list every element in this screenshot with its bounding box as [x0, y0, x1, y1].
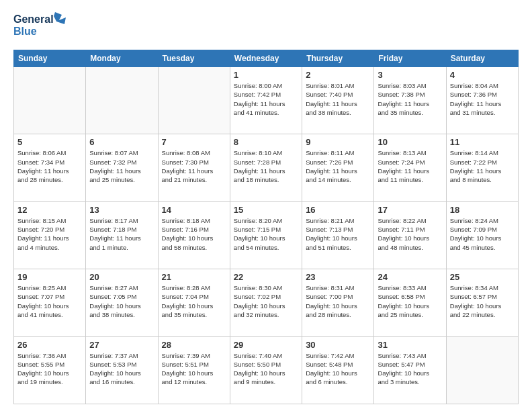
calendar-day-cell: 2Sunrise: 8:01 AM Sunset: 7:40 PM Daylig…	[302, 67, 374, 134]
calendar-day-cell: 28Sunrise: 7:39 AM Sunset: 5:51 PM Dayli…	[158, 336, 230, 404]
calendar-day-cell: 22Sunrise: 8:30 AM Sunset: 7:02 PM Dayli…	[230, 269, 302, 336]
day-info: Sunrise: 8:20 AM Sunset: 7:15 PM Dayligh…	[234, 216, 298, 252]
day-number: 12	[17, 205, 82, 215]
empty-cell	[86, 67, 158, 134]
weekday-header-tuesday: Tuesday	[158, 50, 230, 67]
day-info: Sunrise: 8:25 AM Sunset: 7:07 PM Dayligh…	[17, 283, 82, 319]
day-info: Sunrise: 8:01 AM Sunset: 7:40 PM Dayligh…	[306, 81, 370, 117]
calendar-day-cell: 6Sunrise: 8:07 AM Sunset: 7:32 PM Daylig…	[86, 134, 158, 201]
day-number: 16	[306, 205, 370, 215]
calendar-week-row: 1Sunrise: 8:00 AM Sunset: 7:42 PM Daylig…	[14, 67, 519, 134]
day-number: 28	[162, 340, 226, 350]
day-info: Sunrise: 8:06 AM Sunset: 7:34 PM Dayligh…	[17, 148, 82, 184]
svg-text:Blue: Blue	[13, 26, 37, 37]
day-info: Sunrise: 8:11 AM Sunset: 7:26 PM Dayligh…	[306, 148, 370, 184]
header: General Blue	[13, 11, 519, 43]
calendar-day-cell: 19Sunrise: 8:25 AM Sunset: 7:07 PM Dayli…	[14, 269, 86, 336]
day-number: 1	[234, 70, 298, 80]
calendar-day-cell: 16Sunrise: 8:21 AM Sunset: 7:13 PM Dayli…	[302, 201, 374, 269]
calendar-day-cell: 8Sunrise: 8:10 AM Sunset: 7:28 PM Daylig…	[230, 134, 302, 201]
day-number: 19	[17, 272, 82, 282]
calendar-week-row: 12Sunrise: 8:15 AM Sunset: 7:20 PM Dayli…	[14, 201, 519, 269]
day-info: Sunrise: 8:18 AM Sunset: 7:16 PM Dayligh…	[162, 216, 226, 252]
day-number: 2	[306, 70, 370, 80]
empty-cell	[446, 336, 518, 404]
day-number: 8	[234, 137, 298, 147]
day-number: 24	[378, 272, 442, 282]
weekday-header-row: SundayMondayTuesdayWednesdayThursdayFrid…	[14, 50, 519, 67]
day-info: Sunrise: 8:03 AM Sunset: 7:38 PM Dayligh…	[378, 81, 442, 117]
calendar-day-cell: 15Sunrise: 8:20 AM Sunset: 7:15 PM Dayli…	[230, 201, 302, 269]
day-info: Sunrise: 8:31 AM Sunset: 7:00 PM Dayligh…	[306, 283, 370, 319]
calendar-day-cell: 4Sunrise: 8:04 AM Sunset: 7:36 PM Daylig…	[446, 67, 518, 134]
day-info: Sunrise: 8:21 AM Sunset: 7:13 PM Dayligh…	[306, 216, 370, 252]
svg-text:General: General	[13, 13, 54, 25]
weekday-header-thursday: Thursday	[302, 50, 374, 67]
logo-svg: General Blue	[13, 11, 67, 43]
calendar-day-cell: 30Sunrise: 7:42 AM Sunset: 5:48 PM Dayli…	[302, 336, 374, 404]
day-info: Sunrise: 8:13 AM Sunset: 7:24 PM Dayligh…	[378, 148, 442, 184]
calendar-day-cell: 18Sunrise: 8:24 AM Sunset: 7:09 PM Dayli…	[446, 201, 518, 269]
calendar-week-row: 5Sunrise: 8:06 AM Sunset: 7:34 PM Daylig…	[14, 134, 519, 201]
day-number: 26	[17, 340, 82, 350]
day-info: Sunrise: 7:42 AM Sunset: 5:48 PM Dayligh…	[306, 351, 370, 387]
day-info: Sunrise: 8:07 AM Sunset: 7:32 PM Dayligh…	[89, 148, 154, 184]
calendar-day-cell: 24Sunrise: 8:33 AM Sunset: 6:58 PM Dayli…	[374, 269, 446, 336]
day-number: 14	[162, 205, 226, 215]
day-info: Sunrise: 7:43 AM Sunset: 5:47 PM Dayligh…	[378, 351, 442, 387]
day-number: 11	[450, 137, 515, 147]
day-number: 30	[306, 340, 370, 350]
svg-marker-2	[54, 12, 66, 24]
calendar-page: General Blue SundayMondayTuesdayWednesda…	[0, 0, 532, 411]
weekday-header-friday: Friday	[374, 50, 446, 67]
calendar-day-cell: 14Sunrise: 8:18 AM Sunset: 7:16 PM Dayli…	[158, 201, 230, 269]
calendar-day-cell: 17Sunrise: 8:22 AM Sunset: 7:11 PM Dayli…	[374, 201, 446, 269]
day-info: Sunrise: 8:28 AM Sunset: 7:04 PM Dayligh…	[162, 283, 226, 319]
calendar-day-cell: 12Sunrise: 8:15 AM Sunset: 7:20 PM Dayli…	[14, 201, 86, 269]
day-info: Sunrise: 8:04 AM Sunset: 7:36 PM Dayligh…	[450, 81, 515, 117]
day-number: 4	[450, 70, 515, 80]
day-info: Sunrise: 8:30 AM Sunset: 7:02 PM Dayligh…	[234, 283, 298, 319]
day-number: 17	[378, 205, 442, 215]
day-info: Sunrise: 8:24 AM Sunset: 7:09 PM Dayligh…	[450, 216, 515, 252]
calendar-day-cell: 7Sunrise: 8:08 AM Sunset: 7:30 PM Daylig…	[158, 134, 230, 201]
calendar-day-cell: 1Sunrise: 8:00 AM Sunset: 7:42 PM Daylig…	[230, 67, 302, 134]
calendar-day-cell: 20Sunrise: 8:27 AM Sunset: 7:05 PM Dayli…	[86, 269, 158, 336]
day-info: Sunrise: 7:36 AM Sunset: 5:55 PM Dayligh…	[17, 351, 82, 387]
day-info: Sunrise: 7:40 AM Sunset: 5:50 PM Dayligh…	[234, 351, 298, 387]
calendar-day-cell: 5Sunrise: 8:06 AM Sunset: 7:34 PM Daylig…	[14, 134, 86, 201]
calendar-day-cell: 13Sunrise: 8:17 AM Sunset: 7:18 PM Dayli…	[86, 201, 158, 269]
day-number: 27	[89, 340, 154, 350]
calendar-table: SundayMondayTuesdayWednesdayThursdayFrid…	[13, 50, 519, 404]
weekday-header-saturday: Saturday	[446, 50, 518, 67]
day-number: 22	[234, 272, 298, 282]
calendar-day-cell: 21Sunrise: 8:28 AM Sunset: 7:04 PM Dayli…	[158, 269, 230, 336]
day-number: 10	[378, 137, 442, 147]
calendar-day-cell: 25Sunrise: 8:34 AM Sunset: 6:57 PM Dayli…	[446, 269, 518, 336]
day-number: 29	[234, 340, 298, 350]
day-info: Sunrise: 8:10 AM Sunset: 7:28 PM Dayligh…	[234, 148, 298, 184]
calendar-day-cell: 27Sunrise: 7:37 AM Sunset: 5:53 PM Dayli…	[86, 336, 158, 404]
weekday-header-monday: Monday	[86, 50, 158, 67]
day-number: 15	[234, 205, 298, 215]
day-info: Sunrise: 8:22 AM Sunset: 7:11 PM Dayligh…	[378, 216, 442, 252]
day-info: Sunrise: 8:00 AM Sunset: 7:42 PM Dayligh…	[234, 81, 298, 117]
day-info: Sunrise: 8:15 AM Sunset: 7:20 PM Dayligh…	[17, 216, 82, 252]
day-number: 13	[89, 205, 154, 215]
calendar-day-cell: 9Sunrise: 8:11 AM Sunset: 7:26 PM Daylig…	[302, 134, 374, 201]
day-number: 31	[378, 340, 442, 350]
day-number: 23	[306, 272, 370, 282]
day-number: 25	[450, 272, 515, 282]
empty-cell	[158, 67, 230, 134]
day-info: Sunrise: 7:37 AM Sunset: 5:53 PM Dayligh…	[89, 351, 154, 387]
logo: General Blue	[13, 11, 67, 43]
day-number: 5	[17, 137, 82, 147]
calendar-week-row: 26Sunrise: 7:36 AM Sunset: 5:55 PM Dayli…	[14, 336, 519, 404]
calendar-day-cell: 3Sunrise: 8:03 AM Sunset: 7:38 PM Daylig…	[374, 67, 446, 134]
day-number: 20	[89, 272, 154, 282]
weekday-header-sunday: Sunday	[14, 50, 86, 67]
day-number: 18	[450, 205, 515, 215]
calendar-week-row: 19Sunrise: 8:25 AM Sunset: 7:07 PM Dayli…	[14, 269, 519, 336]
day-number: 21	[162, 272, 226, 282]
day-info: Sunrise: 8:08 AM Sunset: 7:30 PM Dayligh…	[162, 148, 226, 184]
